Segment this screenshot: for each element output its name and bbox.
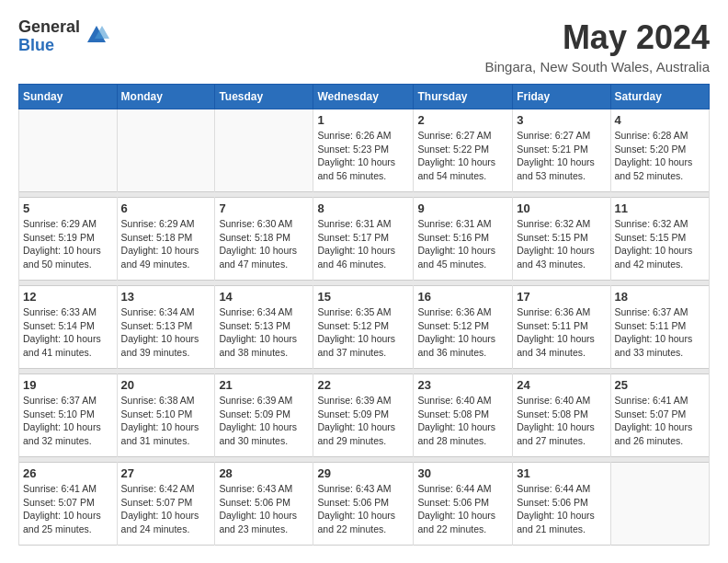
calendar-cell: 6Sunrise: 6:29 AM Sunset: 5:18 PM Daylig… xyxy=(117,198,215,281)
day-info: Sunrise: 6:31 AM Sunset: 5:17 PM Dayligh… xyxy=(317,217,409,271)
day-info: Sunrise: 6:38 AM Sunset: 5:10 PM Dayligh… xyxy=(121,394,211,448)
day-info: Sunrise: 6:43 AM Sunset: 5:06 PM Dayligh… xyxy=(219,482,309,536)
day-number: 11 xyxy=(615,201,705,215)
calendar-cell: 31Sunrise: 6:44 AM Sunset: 5:06 PM Dayli… xyxy=(513,463,610,546)
day-info: Sunrise: 6:36 AM Sunset: 5:12 PM Dayligh… xyxy=(417,305,508,360)
calendar-cell: 17Sunrise: 6:36 AM Sunset: 5:11 PM Dayli… xyxy=(513,286,610,369)
calendar-cell: 15Sunrise: 6:35 AM Sunset: 5:12 PM Dayli… xyxy=(313,286,414,369)
week-row-1: 5Sunrise: 6:29 AM Sunset: 5:19 PM Daylig… xyxy=(19,198,710,281)
day-number: 28 xyxy=(219,466,309,480)
calendar-cell: 14Sunrise: 6:34 AM Sunset: 5:13 PM Dayli… xyxy=(215,286,313,369)
day-number: 9 xyxy=(417,201,508,215)
day-number: 8 xyxy=(317,201,409,215)
day-info: Sunrise: 6:40 AM Sunset: 5:08 PM Dayligh… xyxy=(417,394,508,448)
day-number: 7 xyxy=(219,201,309,215)
day-number: 25 xyxy=(615,378,705,392)
day-number: 14 xyxy=(219,290,309,304)
day-number: 22 xyxy=(317,378,409,392)
calendar-cell: 16Sunrise: 6:36 AM Sunset: 5:12 PM Dayli… xyxy=(414,286,513,369)
day-number: 31 xyxy=(517,466,606,480)
day-number: 1 xyxy=(317,113,409,127)
day-number: 2 xyxy=(417,113,508,127)
day-info: Sunrise: 6:39 AM Sunset: 5:09 PM Dayligh… xyxy=(317,394,409,448)
calendar-cell xyxy=(215,109,313,192)
column-header-wednesday: Wednesday xyxy=(313,85,414,109)
day-number: 3 xyxy=(517,113,606,127)
calendar-cell: 2Sunrise: 6:27 AM Sunset: 5:22 PM Daylig… xyxy=(414,109,513,192)
day-info: Sunrise: 6:33 AM Sunset: 5:14 PM Dayligh… xyxy=(23,305,113,360)
column-header-sunday: Sunday xyxy=(19,85,118,109)
day-number: 10 xyxy=(517,201,606,215)
calendar-cell: 3Sunrise: 6:27 AM Sunset: 5:21 PM Daylig… xyxy=(513,109,610,192)
calendar-cell: 21Sunrise: 6:39 AM Sunset: 5:09 PM Dayli… xyxy=(215,374,313,457)
day-number: 30 xyxy=(417,466,508,480)
day-number: 17 xyxy=(517,290,606,304)
location: Bingara, New South Wales, Australia xyxy=(484,59,710,75)
calendar-header-row: SundayMondayTuesdayWednesdayThursdayFrid… xyxy=(19,85,710,109)
calendar-cell: 8Sunrise: 6:31 AM Sunset: 5:17 PM Daylig… xyxy=(313,198,414,281)
calendar-cell: 5Sunrise: 6:29 AM Sunset: 5:19 PM Daylig… xyxy=(19,198,118,281)
day-info: Sunrise: 6:29 AM Sunset: 5:19 PM Dayligh… xyxy=(23,217,113,271)
calendar-cell: 26Sunrise: 6:41 AM Sunset: 5:07 PM Dayli… xyxy=(19,463,118,546)
day-info: Sunrise: 6:35 AM Sunset: 5:12 PM Dayligh… xyxy=(317,305,409,360)
calendar-cell: 29Sunrise: 6:43 AM Sunset: 5:06 PM Dayli… xyxy=(313,463,414,546)
column-header-thursday: Thursday xyxy=(414,85,513,109)
day-info: Sunrise: 6:44 AM Sunset: 5:06 PM Dayligh… xyxy=(517,482,606,536)
calendar-cell: 27Sunrise: 6:42 AM Sunset: 5:07 PM Dayli… xyxy=(117,463,215,546)
day-info: Sunrise: 6:41 AM Sunset: 5:07 PM Dayligh… xyxy=(615,394,705,448)
day-number: 23 xyxy=(417,378,508,392)
calendar-cell: 19Sunrise: 6:37 AM Sunset: 5:10 PM Dayli… xyxy=(19,374,118,457)
day-info: Sunrise: 6:29 AM Sunset: 5:18 PM Dayligh… xyxy=(121,217,211,271)
day-info: Sunrise: 6:36 AM Sunset: 5:11 PM Dayligh… xyxy=(517,305,606,360)
day-info: Sunrise: 6:27 AM Sunset: 5:22 PM Dayligh… xyxy=(417,129,508,183)
day-info: Sunrise: 6:42 AM Sunset: 5:07 PM Dayligh… xyxy=(121,482,211,536)
calendar-cell: 28Sunrise: 6:43 AM Sunset: 5:06 PM Dayli… xyxy=(215,463,313,546)
day-number: 19 xyxy=(23,378,113,392)
column-header-saturday: Saturday xyxy=(610,85,709,109)
week-row-2: 12Sunrise: 6:33 AM Sunset: 5:14 PM Dayli… xyxy=(19,286,710,369)
day-info: Sunrise: 6:44 AM Sunset: 5:06 PM Dayligh… xyxy=(417,482,508,536)
day-number: 20 xyxy=(121,378,211,392)
day-number: 5 xyxy=(23,201,113,215)
column-header-tuesday: Tuesday xyxy=(215,85,313,109)
day-number: 16 xyxy=(417,290,508,304)
calendar-table: SundayMondayTuesdayWednesdayThursdayFrid… xyxy=(18,84,710,546)
day-info: Sunrise: 6:40 AM Sunset: 5:08 PM Dayligh… xyxy=(517,394,606,448)
logo: General Blue xyxy=(18,18,109,55)
day-info: Sunrise: 6:27 AM Sunset: 5:21 PM Dayligh… xyxy=(517,129,606,183)
day-number: 24 xyxy=(517,378,606,392)
calendar-cell xyxy=(117,109,215,192)
calendar-cell xyxy=(19,109,118,192)
day-number: 12 xyxy=(23,290,113,304)
calendar-cell: 1Sunrise: 6:26 AM Sunset: 5:23 PM Daylig… xyxy=(313,109,414,192)
calendar-cell: 30Sunrise: 6:44 AM Sunset: 5:06 PM Dayli… xyxy=(414,463,513,546)
calendar-cell: 9Sunrise: 6:31 AM Sunset: 5:16 PM Daylig… xyxy=(414,198,513,281)
column-header-monday: Monday xyxy=(117,85,215,109)
column-header-friday: Friday xyxy=(513,85,610,109)
logo-blue: Blue xyxy=(18,37,80,55)
logo-icon xyxy=(84,22,109,48)
calendar-cell: 12Sunrise: 6:33 AM Sunset: 5:14 PM Dayli… xyxy=(19,286,118,369)
day-number: 29 xyxy=(317,466,409,480)
day-info: Sunrise: 6:43 AM Sunset: 5:06 PM Dayligh… xyxy=(317,482,409,536)
day-info: Sunrise: 6:30 AM Sunset: 5:18 PM Dayligh… xyxy=(219,217,309,271)
day-info: Sunrise: 6:41 AM Sunset: 5:07 PM Dayligh… xyxy=(23,482,113,536)
day-info: Sunrise: 6:34 AM Sunset: 5:13 PM Dayligh… xyxy=(219,305,309,360)
calendar-cell: 7Sunrise: 6:30 AM Sunset: 5:18 PM Daylig… xyxy=(215,198,313,281)
logo-general: General xyxy=(18,18,80,37)
day-info: Sunrise: 6:34 AM Sunset: 5:13 PM Dayligh… xyxy=(121,305,211,360)
calendar-cell: 25Sunrise: 6:41 AM Sunset: 5:07 PM Dayli… xyxy=(610,374,709,457)
day-info: Sunrise: 6:32 AM Sunset: 5:15 PM Dayligh… xyxy=(517,217,606,271)
day-number: 27 xyxy=(121,466,211,480)
month-title: May 2024 xyxy=(484,18,710,57)
calendar-cell: 23Sunrise: 6:40 AM Sunset: 5:08 PM Dayli… xyxy=(414,374,513,457)
day-number: 15 xyxy=(317,290,409,304)
day-number: 26 xyxy=(23,466,113,480)
day-info: Sunrise: 6:37 AM Sunset: 5:11 PM Dayligh… xyxy=(615,305,705,360)
week-row-4: 26Sunrise: 6:41 AM Sunset: 5:07 PM Dayli… xyxy=(19,463,710,546)
day-info: Sunrise: 6:32 AM Sunset: 5:15 PM Dayligh… xyxy=(615,217,705,271)
calendar-cell: 24Sunrise: 6:40 AM Sunset: 5:08 PM Dayli… xyxy=(513,374,610,457)
calendar-cell: 20Sunrise: 6:38 AM Sunset: 5:10 PM Dayli… xyxy=(117,374,215,457)
calendar-cell: 13Sunrise: 6:34 AM Sunset: 5:13 PM Dayli… xyxy=(117,286,215,369)
page-header: General Blue May 2024 Bingara, New South… xyxy=(18,18,710,75)
